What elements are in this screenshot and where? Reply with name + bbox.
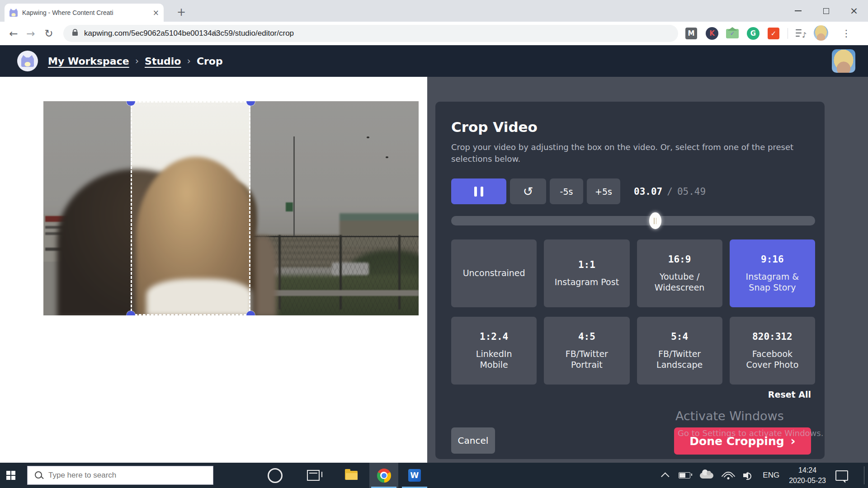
show-desktop-button[interactable] bbox=[864, 466, 864, 484]
url-text: kapwing.com/5ec9062a5104be00134a3c59/stu… bbox=[84, 29, 294, 38]
kapwing-header: My Workspace › Studio › Crop bbox=[0, 45, 868, 77]
system-tray: ENG 14:24 2020-05-23 bbox=[663, 463, 864, 488]
time-separator: / bbox=[667, 186, 673, 197]
extension-kapwing-icon[interactable]: K bbox=[705, 26, 719, 41]
start-button[interactable] bbox=[0, 463, 22, 488]
restore-button[interactable] bbox=[812, 0, 840, 22]
crop-dim-left bbox=[43, 101, 131, 315]
media-queue-icon[interactable]: ♪ bbox=[794, 26, 808, 41]
taskbar-search[interactable] bbox=[27, 466, 213, 485]
tray-expand-icon[interactable] bbox=[661, 472, 669, 480]
back-button[interactable]: ← bbox=[6, 26, 21, 41]
preset-fb-twitter-landscape[interactable]: 5:4 FB/Twitter Landscape bbox=[637, 317, 722, 385]
address-bar[interactable]: kapwing.com/5ec9062a5104be00134a3c59/stu… bbox=[63, 25, 678, 42]
window-controls: × bbox=[784, 0, 868, 22]
onedrive-icon[interactable] bbox=[700, 473, 713, 479]
kapwing-logo-icon[interactable] bbox=[17, 51, 38, 71]
preset-instagram-post[interactable]: 1:1 Instagram Post bbox=[544, 239, 629, 307]
browser-titlebar: Kapwing - Where Content Creati × + × bbox=[0, 0, 868, 22]
forward-button[interactable]: → bbox=[23, 26, 38, 41]
taskbar: W ENG 14:24 2020-05-23 bbox=[0, 463, 868, 488]
word-active-indicator bbox=[402, 487, 427, 488]
task-view-icon[interactable] bbox=[307, 470, 320, 481]
panel-description: Crop your video by adjusting the box on … bbox=[451, 141, 799, 165]
language-indicator[interactable]: ENG bbox=[763, 471, 779, 480]
preset-unconstrained[interactable]: Unconstrained bbox=[451, 239, 537, 307]
main-area: Crop Video Crop your video by adjusting … bbox=[0, 77, 868, 463]
extension-grammarly-icon[interactable]: G bbox=[746, 26, 760, 41]
close-window-button[interactable]: × bbox=[840, 0, 868, 22]
time-current: 03.07 bbox=[634, 186, 662, 197]
restart-icon: ↺ bbox=[523, 184, 533, 198]
breadcrumb-studio[interactable]: Studio bbox=[145, 56, 181, 67]
browser-tab[interactable]: Kapwing - Where Content Creati × bbox=[5, 4, 164, 22]
preset-instagram-snap-story[interactable]: 9:16 Instagram & Snap Story bbox=[730, 239, 815, 307]
pause-icon bbox=[474, 187, 483, 197]
cortana-icon[interactable] bbox=[268, 468, 283, 483]
taskbar-chrome-icon[interactable] bbox=[369, 463, 398, 488]
seek-slider[interactable] bbox=[451, 216, 815, 225]
browser-menu-icon[interactable]: ⋮ bbox=[839, 26, 854, 41]
clock[interactable]: 14:24 2020-05-23 bbox=[789, 465, 826, 486]
extension-todo-check-icon[interactable]: ✓ bbox=[766, 26, 781, 41]
lock-icon bbox=[72, 32, 78, 36]
panel-title: Crop Video bbox=[451, 119, 538, 135]
minimize-button[interactable] bbox=[784, 0, 812, 22]
cancel-button[interactable]: Cancel bbox=[451, 427, 495, 454]
user-avatar[interactable] bbox=[832, 49, 855, 73]
breadcrumb: My Workspace › Studio › Crop bbox=[48, 56, 223, 67]
preset-grid: Unconstrained 1:1 Instagram Post 16:9 Yo… bbox=[451, 239, 815, 385]
reload-button[interactable]: ↻ bbox=[41, 26, 57, 41]
playback-controls: ↺ -5s +5s 03.07 / 05.49 bbox=[451, 178, 706, 204]
screen: Kapwing - Where Content Creati × + × ← →… bbox=[0, 0, 868, 488]
forward-5s-button[interactable]: +5s bbox=[587, 178, 620, 204]
preset-facebook-cover[interactable]: 820:312 Facebook Cover Photo bbox=[730, 317, 815, 385]
taskbar-word-icon[interactable]: W bbox=[400, 463, 429, 488]
windows-logo-icon bbox=[6, 471, 15, 480]
battery-icon[interactable] bbox=[679, 472, 690, 479]
action-center-icon[interactable] bbox=[835, 470, 848, 481]
volume-icon[interactable] bbox=[743, 471, 753, 479]
file-explorer-icon[interactable] bbox=[345, 471, 358, 480]
tray-time: 14:24 bbox=[798, 466, 816, 474]
breadcrumb-my-workspace[interactable]: My Workspace bbox=[48, 56, 129, 67]
toolbar-separator bbox=[788, 28, 788, 39]
tab-title: Kapwing - Where Content Creati bbox=[22, 9, 141, 16]
extension-monosnap-icon[interactable]: M bbox=[684, 26, 698, 41]
time-display: 03.07 / 05.49 bbox=[634, 186, 706, 197]
tray-date: 2020-05-23 bbox=[789, 477, 826, 484]
chrome-active-indicator bbox=[371, 487, 396, 488]
breadcrumb-separator-icon: › bbox=[187, 56, 190, 66]
preset-fb-twitter-portrait[interactable]: 4:5 FB/Twitter Portrait bbox=[544, 317, 629, 385]
pause-button[interactable] bbox=[451, 178, 506, 204]
restart-button[interactable]: ↺ bbox=[510, 178, 546, 204]
preset-linkedin-mobile[interactable]: 1:2.4 LinkedIn Mobile bbox=[451, 317, 537, 385]
new-tab-button[interactable]: + bbox=[174, 5, 189, 20]
breadcrumb-separator-icon: › bbox=[135, 56, 139, 66]
preset-youtube-widescreen[interactable]: 16:9 Youtube / Widescreen bbox=[637, 239, 722, 307]
crop-box[interactable] bbox=[131, 101, 250, 315]
word-logo-icon: W bbox=[408, 469, 421, 482]
breadcrumb-current: Crop bbox=[197, 56, 223, 67]
wifi-icon[interactable] bbox=[723, 471, 734, 479]
video-preview bbox=[43, 101, 419, 315]
seek-thumb[interactable] bbox=[649, 212, 661, 229]
reset-all-button[interactable]: Reset All bbox=[768, 389, 811, 399]
activate-windows-watermark: Activate Windows bbox=[675, 409, 784, 423]
crop-panel: Crop Video Crop your video by adjusting … bbox=[435, 102, 825, 459]
time-total: 05.49 bbox=[677, 186, 706, 197]
browser-toolbar: ← → ↻ kapwing.com/5ec9062a5104be00134a3c… bbox=[0, 22, 868, 45]
tab-close-icon[interactable]: × bbox=[153, 9, 159, 17]
browser-profile-avatar[interactable] bbox=[814, 26, 828, 40]
chrome-logo-icon bbox=[377, 469, 391, 483]
extension-mailtracker-icon[interactable]: ✓ bbox=[725, 26, 740, 41]
activate-windows-hint: Go to Settings to activate Windows. bbox=[678, 428, 823, 438]
search-input[interactable] bbox=[28, 466, 213, 484]
bookmark-star-icon[interactable]: ☆ bbox=[211, 28, 219, 38]
kapwing-favicon-icon bbox=[9, 8, 18, 17]
rewind-5s-button[interactable]: -5s bbox=[550, 178, 583, 204]
crop-dim-right bbox=[250, 101, 419, 315]
